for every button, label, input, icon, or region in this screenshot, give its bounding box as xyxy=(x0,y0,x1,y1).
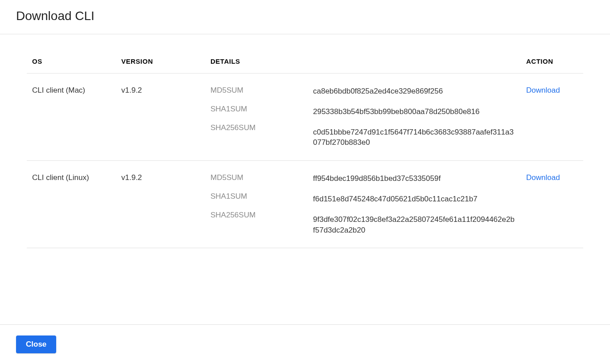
col-header-details: DETAILS xyxy=(205,34,308,74)
checksum-value: ca8eb6bdb0f825a2ed4ce329e869f256 xyxy=(313,86,515,106)
os-cell: CLI client (Linux) xyxy=(27,161,116,248)
download-table: OS VERSION DETAILS ACTION CLI client (Ma… xyxy=(27,34,583,248)
col-header-details-value xyxy=(308,34,521,74)
action-cell: Download xyxy=(521,161,583,248)
checksum-value: 295338b3b54bf53bb99beb800aa78d250b80e816 xyxy=(313,106,515,127)
checksum-value: ff954bdec199d856b1bed37c5335059f xyxy=(313,173,515,194)
checksum-label: SHA256SUM xyxy=(210,123,302,132)
checksum-value: 9f3dfe307f02c139c8ef3a22a25807245fe61a11… xyxy=(313,214,515,236)
modal-title: Download CLI xyxy=(16,9,594,23)
checksum-label: SHA256SUM xyxy=(210,211,302,220)
checksum-label: MD5SUM xyxy=(210,86,302,105)
checksum-value: f6d151e8d745248c47d05621d5b0c11cac1c21b7 xyxy=(313,194,515,214)
checksum-label: SHA1SUM xyxy=(210,105,302,123)
table-row: CLI client (Linux) v1.9.2 MD5SUM SHA1SUM… xyxy=(27,161,583,248)
checksum-value: c0d51bbbe7247d91c1f5647f714b6c3683c93887… xyxy=(313,127,515,148)
version-cell: v1.9.2 xyxy=(116,161,205,248)
checksum-labels-cell: MD5SUM SHA1SUM SHA256SUM xyxy=(205,161,308,248)
action-cell: Download xyxy=(521,74,583,161)
version-cell: v1.9.2 xyxy=(116,74,205,161)
col-header-os: OS xyxy=(27,34,116,74)
checksum-label: SHA1SUM xyxy=(210,192,302,211)
close-button[interactable]: Close xyxy=(16,335,56,353)
modal-footer: Close xyxy=(0,324,610,364)
modal-header: Download CLI xyxy=(0,0,610,34)
checksum-values-cell: ca8eb6bdb0f825a2ed4ce329e869f256 295338b… xyxy=(308,74,521,161)
checksum-labels-cell: MD5SUM SHA1SUM SHA256SUM xyxy=(205,74,308,161)
col-header-action: ACTION xyxy=(521,34,583,74)
download-link[interactable]: Download xyxy=(526,86,560,94)
table-row: CLI client (Mac) v1.9.2 MD5SUM SHA1SUM S… xyxy=(27,74,583,161)
modal-body: OS VERSION DETAILS ACTION CLI client (Ma… xyxy=(0,34,610,324)
os-cell: CLI client (Mac) xyxy=(27,74,116,161)
download-link[interactable]: Download xyxy=(526,173,560,182)
checksum-label: MD5SUM xyxy=(210,173,302,192)
col-header-version: VERSION xyxy=(116,34,205,74)
checksum-values-cell: ff954bdec199d856b1bed37c5335059f f6d151e… xyxy=(308,161,521,248)
